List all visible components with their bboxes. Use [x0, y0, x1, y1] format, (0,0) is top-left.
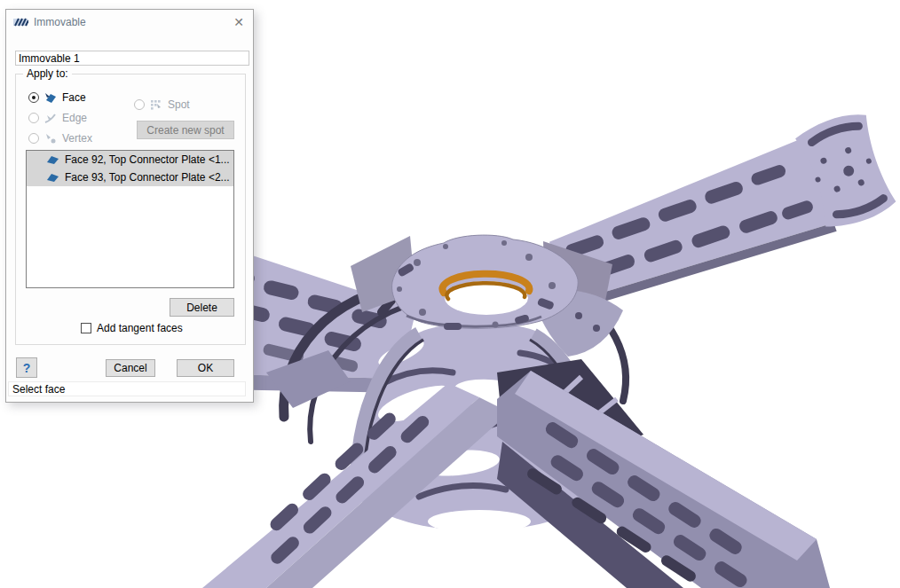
face-radio-label: Face: [62, 91, 86, 104]
vertex-radio[interactable]: [28, 133, 39, 144]
fixture-name-input[interactable]: [15, 51, 249, 66]
edge-radio-label: Edge: [62, 112, 87, 124]
dialog-titlebar[interactable]: Immovable ✕: [6, 10, 253, 34]
radio-row-vertex[interactable]: Vertex: [28, 132, 92, 145]
list-item-label: Face 93, Top Connector Plate <2...: [65, 171, 230, 184]
radio-row-spot[interactable]: Spot: [134, 98, 190, 111]
add-tangent-faces-checkbox[interactable]: [81, 323, 91, 333]
edge-radio[interactable]: [28, 113, 39, 123]
radio-row-edge[interactable]: Edge: [28, 112, 87, 124]
tangent-faces-row[interactable]: Add tangent faces: [81, 322, 183, 334]
immovable-dialog: Immovable ✕ Apply to: Face: [5, 9, 254, 403]
face-icon: [46, 155, 59, 165]
list-item[interactable]: Face 93, Top Connector Plate <2...: [27, 169, 233, 186]
face-radio[interactable]: [28, 92, 39, 103]
radio-row-face[interactable]: Face: [28, 91, 86, 104]
ok-button[interactable]: OK: [177, 359, 234, 377]
list-item[interactable]: Face 92, Top Connector Plate <1...: [27, 151, 233, 169]
status-text: Select face: [12, 383, 65, 396]
face-icon: [46, 173, 59, 183]
add-tangent-faces-label: Add tangent faces: [97, 322, 183, 334]
apply-to-group: Apply to: Face Edge: [15, 74, 246, 345]
fixture-hatch-icon: [13, 17, 28, 27]
spot-icon: [149, 98, 163, 111]
edge-icon: [43, 112, 58, 124]
apply-to-legend: Apply to:: [23, 67, 72, 80]
spot-radio[interactable]: [134, 99, 145, 110]
spot-radio-label: Spot: [168, 98, 190, 111]
vertex-icon: [43, 132, 58, 145]
cancel-button[interactable]: Cancel: [106, 359, 155, 377]
close-icon[interactable]: ✕: [230, 13, 248, 30]
delete-button[interactable]: Delete: [170, 298, 234, 317]
dialog-title: Immovable: [34, 16, 86, 28]
create-new-spot-button[interactable]: Create new spot: [137, 121, 234, 139]
help-button[interactable]: ?: [16, 357, 37, 378]
face-icon: [43, 91, 58, 104]
dialog-statusbar: Select face: [8, 381, 246, 396]
model-arm-lower-right[interactable]: [497, 371, 830, 588]
app-window: Immovable ✕ Apply to: Face: [0, 0, 900, 588]
list-item-label: Face 92, Top Connector Plate <1...: [65, 153, 230, 166]
selected-entities-list[interactable]: Face 92, Top Connector Plate <1... Face …: [26, 150, 234, 288]
vertex-radio-label: Vertex: [62, 132, 92, 145]
